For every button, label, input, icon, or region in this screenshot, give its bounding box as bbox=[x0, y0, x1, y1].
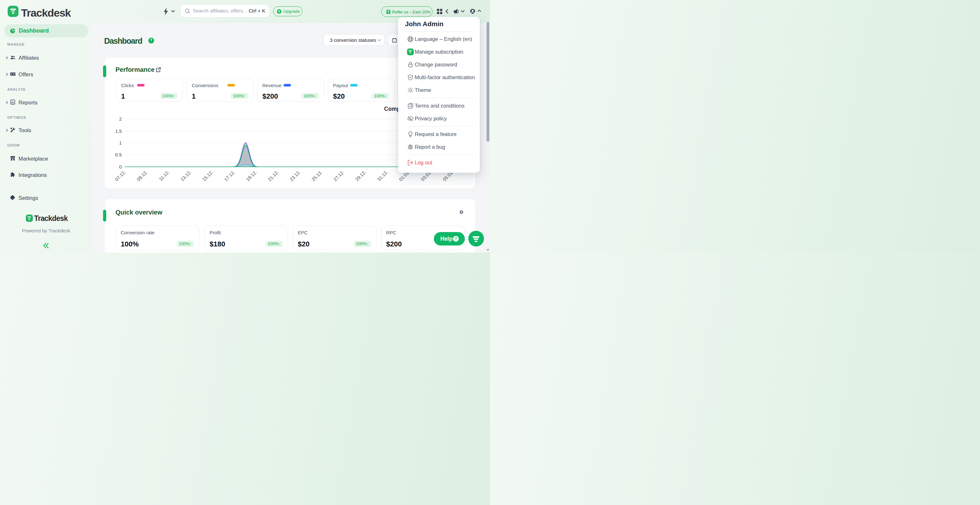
svg-text:2: 2 bbox=[119, 116, 121, 122]
svg-text:23.12.: 23.12. bbox=[289, 169, 301, 182]
svg-text:1: 1 bbox=[119, 140, 121, 145]
svg-text:27.12.: 27.12. bbox=[332, 169, 345, 182]
svg-text:1.5: 1.5 bbox=[115, 129, 121, 134]
svg-text:25.12.: 25.12. bbox=[311, 169, 323, 182]
svg-text:29.12.: 29.12. bbox=[355, 169, 367, 182]
svg-text:0.5: 0.5 bbox=[115, 152, 121, 158]
svg-text:09.12.: 09.12. bbox=[136, 169, 149, 182]
svg-text:13.12.: 13.12. bbox=[180, 169, 192, 182]
svg-text:31.12.: 31.12. bbox=[376, 169, 389, 182]
svg-text:11.12.: 11.12. bbox=[158, 169, 170, 182]
svg-text:15.12.: 15.12. bbox=[201, 169, 214, 182]
svg-text:07.12.: 07.12. bbox=[114, 169, 127, 182]
svg-text:0: 0 bbox=[119, 164, 121, 169]
svg-text:17.12.: 17.12. bbox=[223, 169, 236, 182]
svg-text:21.12.: 21.12. bbox=[267, 169, 280, 182]
svg-text:19.12.: 19.12. bbox=[245, 169, 258, 182]
